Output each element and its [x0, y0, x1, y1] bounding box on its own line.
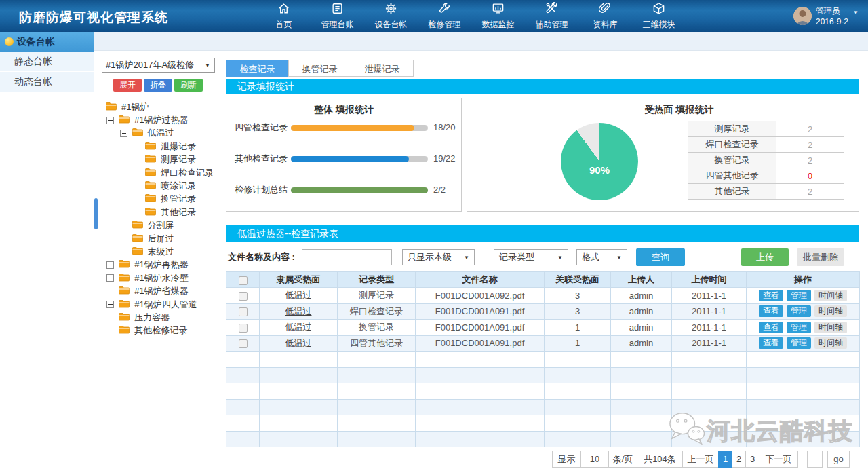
tree-node[interactable]: #1锅炉再热器	[94, 259, 224, 271]
expand-toggle-icon[interactable]	[106, 274, 114, 282]
page-size-show-label[interactable]: 显示	[552, 451, 581, 468]
home-icon	[277, 2, 290, 19]
record-row: 低温过焊口检查记录F001DCD001A091.pdf3admin2011-1-…	[226, 303, 860, 320]
timeline-button[interactable]: 时间轴	[814, 322, 847, 333]
tree-node[interactable]: 其他记录	[94, 206, 224, 219]
page-button[interactable]: 3	[745, 451, 760, 468]
row-checkbox[interactable]	[239, 339, 248, 348]
column-header: 上传时间	[672, 272, 747, 288]
folder-icon	[145, 154, 161, 165]
nav-wrench[interactable]: 检修管理	[418, 0, 471, 32]
tree-node[interactable]: 换管记录	[94, 193, 224, 206]
batch-delete-button[interactable]: 批量删除	[797, 248, 844, 266]
progress-track	[291, 187, 428, 193]
manage-button[interactable]: 管理	[787, 290, 811, 301]
row-checkbox[interactable]	[239, 292, 248, 301]
record-type-select[interactable]: 记录类型▼	[494, 249, 568, 265]
nav-home[interactable]: 首页	[257, 0, 311, 32]
tree-node[interactable]: 低温过	[94, 127, 224, 140]
progress-row: 其他检查记录19/22	[226, 153, 461, 164]
page-button[interactable]: 2	[732, 451, 746, 468]
page-number-input[interactable]	[807, 451, 823, 468]
prev-page-button[interactable]: 上一页	[682, 451, 719, 468]
folder-icon	[119, 325, 134, 336]
tree-node[interactable]: #1锅炉四大管道	[94, 298, 224, 311]
upload-button[interactable]: 上传	[741, 248, 789, 266]
tree-node[interactable]: #1锅炉水冷壁	[94, 271, 224, 284]
expand-toggle-icon[interactable]	[106, 301, 114, 308]
tab-泄爆记录[interactable]: 泄爆记录	[351, 60, 414, 77]
tree-button[interactable]: 刷新	[174, 79, 203, 92]
page-size-unit[interactable]: 条/页	[608, 451, 637, 468]
view-button[interactable]: 查看	[759, 337, 783, 349]
total-count[interactable]: 共104条	[637, 451, 683, 468]
tree-node[interactable]: #1锅炉过热器	[94, 113, 224, 126]
query-button[interactable]: 查询	[636, 248, 685, 266]
page-size-value[interactable]: 10	[580, 451, 609, 468]
select-all-checkbox[interactable]	[239, 276, 248, 285]
tree-node[interactable]: #1锅炉	[94, 100, 224, 113]
page-button[interactable]: 1	[718, 451, 732, 468]
tab-检查记录[interactable]: 检查记录	[226, 60, 289, 77]
record-row: 低温过测厚记录F001DCD001A092.pdf3admin2011-1-1查…	[226, 288, 860, 304]
user-info[interactable]: 管理员 2016-9-2	[816, 5, 848, 27]
sidebar-item[interactable]: 静态台帐	[0, 52, 94, 72]
surface-link[interactable]: 低温过	[285, 322, 312, 332]
nav-cube[interactable]: 三维模块	[632, 0, 686, 32]
surface-link[interactable]: 低温过	[285, 306, 312, 316]
tree-node[interactable]: 压力容器	[94, 311, 224, 324]
tree-button[interactable]: 折叠	[144, 79, 172, 92]
nav-ledger[interactable]: 管理台账	[311, 0, 364, 32]
tree-node[interactable]: 焊口检查记录	[94, 166, 224, 179]
scope-select[interactable]: 只显示本级▼	[402, 249, 475, 265]
plan-select[interactable]: #1锅炉2017年A级检修▼	[102, 58, 215, 73]
sidebar-header[interactable]: 设备台帐	[0, 32, 94, 52]
record-row: 低温过四管其他记录F001DCD001A091.pdf1admin2011-1-…	[226, 335, 860, 352]
go-button[interactable]: go	[827, 451, 850, 468]
tree-node[interactable]: #1锅炉省煤器	[94, 284, 224, 297]
tree-node[interactable]: 其他检修记录	[94, 324, 224, 337]
user-dropdown-caret-icon[interactable]: ▼	[853, 10, 859, 16]
tree-node[interactable]: 泄爆记录	[94, 140, 224, 153]
timeline-button[interactable]: 时间轴	[814, 337, 847, 349]
expand-toggle-icon[interactable]	[106, 261, 114, 269]
nav-monitor[interactable]: 数据监控	[471, 0, 525, 32]
view-button[interactable]: 查看	[759, 322, 783, 333]
surface-link[interactable]: 低温过	[285, 290, 312, 300]
tree-scrollbar-thumb[interactable]	[94, 198, 98, 229]
timeline-button[interactable]: 时间轴	[814, 305, 847, 317]
timeline-button[interactable]: 时间轴	[814, 290, 847, 301]
tree-node[interactable]: 末级过	[94, 245, 224, 258]
collapse-toggle-icon[interactable]	[106, 117, 114, 124]
nav-tools[interactable]: 辅助管理	[525, 0, 578, 32]
tree-button[interactable]: 展开	[113, 79, 142, 92]
row-checkbox[interactable]	[239, 324, 248, 333]
tree-node[interactable]: 分割屏	[94, 219, 224, 232]
surface-stat-row: 四管其他记录0	[688, 168, 844, 184]
avatar[interactable]	[793, 7, 812, 25]
sidebar-item[interactable]: 动态台帐	[0, 72, 94, 92]
row-checkbox[interactable]	[239, 307, 248, 316]
tree-node[interactable]: 后屏过	[94, 232, 224, 245]
tab-换管记录[interactable]: 换管记录	[288, 60, 351, 77]
next-page-button[interactable]: 下一页	[759, 451, 798, 468]
surface-link[interactable]: 低温过	[285, 338, 312, 348]
view-button[interactable]: 查看	[759, 290, 783, 301]
progress-row: 四管检查记录18/20	[226, 122, 461, 133]
collapse-toggle-icon[interactable]	[120, 130, 127, 137]
manage-button[interactable]: 管理	[787, 337, 811, 349]
chevron-down-icon: ▼	[205, 58, 210, 73]
view-button[interactable]: 查看	[759, 305, 783, 317]
tree-node[interactable]: 测厚记录	[94, 153, 224, 166]
folder-icon	[132, 246, 148, 257]
column-header: 关联受热面	[545, 272, 611, 288]
tree-node[interactable]: 喷涂记录	[94, 179, 224, 192]
folder-icon	[145, 193, 161, 204]
format-select[interactable]: 格式▼	[576, 249, 627, 265]
manage-button[interactable]: 管理	[787, 305, 811, 317]
nav-gear[interactable]: 设备台帐	[364, 0, 418, 32]
filename-search-input[interactable]	[302, 249, 392, 265]
nav-paperclip[interactable]: 资料库	[578, 0, 632, 32]
manage-button[interactable]: 管理	[787, 322, 811, 333]
folder-icon	[119, 286, 134, 297]
